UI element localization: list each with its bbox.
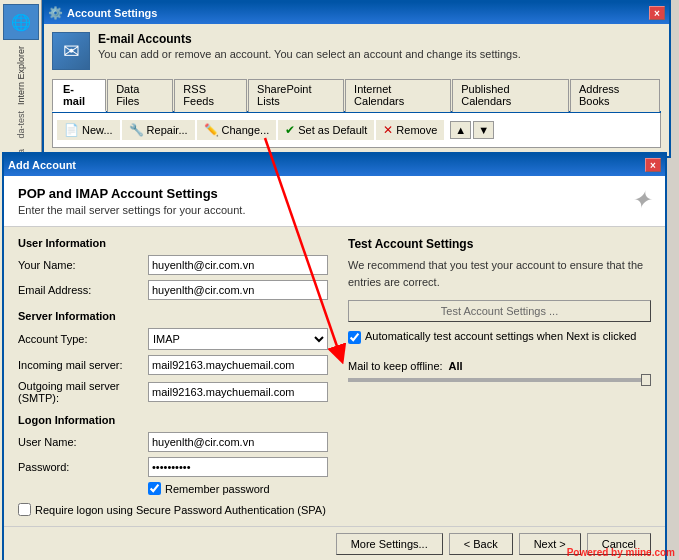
password-input[interactable] [148, 457, 328, 477]
remove-label: Remove [396, 124, 437, 136]
outgoing-server-row: Outgoing mail server (SMTP): [18, 380, 328, 404]
account-type-select[interactable]: IMAP POP3 [148, 328, 328, 350]
window-title: Account Settings [67, 7, 157, 19]
email-address-label: Email Address: [18, 284, 148, 296]
add-account-dialog: Add Account × POP and IMAP Account Setti… [2, 152, 667, 560]
your-name-input[interactable] [148, 255, 328, 275]
dialog-close-button[interactable]: × [645, 158, 661, 172]
tab-email[interactable]: E-mail [52, 79, 106, 112]
remember-password-checkbox[interactable] [148, 482, 161, 495]
incoming-server-input[interactable] [148, 355, 328, 375]
account-type-row: Account Type: IMAP POP3 [18, 328, 328, 350]
remove-button[interactable]: ✕ Remove [376, 120, 444, 140]
outgoing-server-label: Outgoing mail server (SMTP): [18, 380, 148, 404]
dialog-header-text: POP and IMAP Account Settings Enter the … [18, 186, 245, 216]
email-icon: ✉ [52, 32, 90, 70]
watermark: Powered by miine.com [567, 547, 675, 558]
tab-content: 📄 New... 🔧 Repair... ✏️ Change... ✔ Set … [52, 113, 661, 148]
email-address-row: Email Address: [18, 280, 328, 300]
user-info-section-label: User Information [18, 237, 328, 249]
new-label: New... [82, 124, 113, 136]
checkmark-icon: ✔ [285, 123, 295, 137]
back-button[interactable]: < Back [449, 533, 513, 555]
dialog-header-desc: Enter the mail server settings for your … [18, 204, 245, 216]
tab-internet-calendars[interactable]: Internet Calendars [345, 79, 451, 112]
offline-label: Mail to keep offline: [348, 360, 443, 372]
repair-button[interactable]: 🔧 Repair... [122, 120, 195, 140]
tabs-container: E-mail Data Files RSS Feeds SharePoint L… [52, 78, 661, 113]
header-description: You can add or remove an account. You ca… [98, 48, 521, 60]
your-name-row: Your Name: [18, 255, 328, 275]
username-row: User Name: [18, 432, 328, 452]
header-title: E-mail Accounts [98, 32, 521, 46]
header-text: E-mail Accounts You can add or remove an… [98, 32, 521, 70]
change-icon: ✏️ [204, 123, 219, 137]
title-bar: ⚙️ Account Settings × [44, 2, 669, 24]
dialog-header-title: POP and IMAP Account Settings [18, 186, 245, 201]
tab-published-calendars[interactable]: Published Calendars [452, 79, 569, 112]
require-spa-checkbox[interactable] [18, 503, 31, 516]
repair-icon: 🔧 [129, 123, 144, 137]
your-name-label: Your Name: [18, 259, 148, 271]
account-settings-window: ⚙️ Account Settings × ✉ E-mail Accounts … [42, 0, 671, 158]
change-button[interactable]: ✏️ Change... [197, 120, 277, 140]
remove-icon: ✕ [383, 123, 393, 137]
set-default-label: Set as Default [298, 124, 367, 136]
more-settings-button[interactable]: More Settings... [336, 533, 443, 555]
auto-test-label: Automatically test account settings when… [365, 330, 636, 342]
test-section-title: Test Account Settings [348, 237, 651, 251]
new-icon: 📄 [64, 123, 79, 137]
dialog-header-icon: ✦ [631, 186, 651, 214]
repair-label: Repair... [147, 124, 188, 136]
logon-info-section-label: Logon Information [18, 414, 328, 426]
dialog-body: User Information Your Name: Email Addres… [4, 227, 665, 526]
tab-address-books[interactable]: Address Books [570, 79, 660, 112]
require-spa-row: Require logon using Secure Password Auth… [18, 503, 328, 516]
tab-sharepoint[interactable]: SharePoint Lists [248, 79, 344, 112]
change-label: Change... [222, 124, 270, 136]
email-address-input[interactable] [148, 280, 328, 300]
username-label: User Name: [18, 436, 148, 448]
ie-icon: 🌐 [3, 4, 39, 40]
password-label: Password: [18, 461, 148, 473]
ie-label: Intern Explorer [16, 46, 26, 105]
offline-row: Mail to keep offline: All [348, 360, 651, 372]
window-body: ✉ E-mail Accounts You can add or remove … [44, 24, 669, 156]
dialog-title-text: Add Account [8, 159, 76, 171]
toolbar: 📄 New... 🔧 Repair... ✏️ Change... ✔ Set … [57, 117, 656, 143]
account-type-label: Account Type: [18, 333, 148, 345]
tab-data-files[interactable]: Data Files [107, 79, 173, 112]
new-button[interactable]: 📄 New... [57, 120, 120, 140]
offline-value: All [449, 360, 463, 372]
server-info-section-label: Server Information [18, 310, 328, 322]
window-close-button[interactable]: × [649, 6, 665, 20]
auto-test-row: Automatically test account settings when… [348, 330, 651, 344]
right-column: Test Account Settings We recommend that … [348, 237, 651, 516]
dialog-title-bar: Add Account × [4, 154, 665, 176]
incoming-server-row: Incoming mail server: [18, 355, 328, 375]
password-row: Password: [18, 457, 328, 477]
require-spa-label: Require logon using Secure Password Auth… [35, 504, 326, 516]
window-header: ✉ E-mail Accounts You can add or remove … [52, 32, 661, 70]
offline-slider-handle[interactable] [641, 374, 651, 386]
ie-sublabel: da-test [16, 111, 26, 139]
remember-password-label: Remember password [165, 483, 270, 495]
offline-slider[interactable] [348, 378, 651, 382]
set-default-button[interactable]: ✔ Set as Default [278, 120, 374, 140]
test-description: We recommend that you test your account … [348, 257, 651, 290]
tab-rss-feeds[interactable]: RSS Feeds [174, 79, 247, 112]
dialog-header: POP and IMAP Account Settings Enter the … [4, 176, 665, 227]
incoming-server-label: Incoming mail server: [18, 359, 148, 371]
remember-password-row: Remember password [148, 482, 328, 495]
move-down-button[interactable]: ▼ [473, 121, 494, 139]
username-input[interactable] [148, 432, 328, 452]
outgoing-server-input[interactable] [148, 382, 328, 402]
test-account-settings-button[interactable]: Test Account Settings ... [348, 300, 651, 322]
move-up-button[interactable]: ▲ [450, 121, 471, 139]
left-column: User Information Your Name: Email Addres… [18, 237, 328, 516]
move-buttons: ▲ ▼ [450, 121, 494, 139]
auto-test-checkbox[interactable] [348, 331, 361, 344]
